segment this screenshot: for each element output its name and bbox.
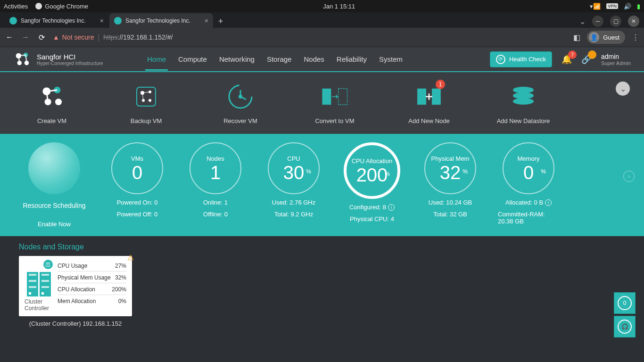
stat-value: 0: [523, 163, 534, 182]
svg-rect-26: [417, 89, 426, 105]
metric-label: Physical Mem Usage: [58, 274, 111, 281]
quick-actions: Create VMBackup VMRecover VMConvert to V…: [0, 72, 644, 134]
url-input[interactable]: ▲ Not secure | https://192.168.1.152/#/: [53, 33, 567, 41]
share-button[interactable]: 🔗: [581, 54, 592, 65]
avatar-icon: 👤: [589, 32, 599, 42]
close-icon[interactable]: ×: [100, 17, 104, 25]
health-icon: ⟳: [496, 55, 505, 64]
nav-reliability[interactable]: Reliability: [335, 49, 369, 70]
node-metrics: CPU Usage27%Physical Mem Usage32%CPU All…: [58, 260, 126, 312]
close-window-button[interactable]: ✕: [628, 16, 639, 27]
health-check-label: Health Check: [509, 56, 546, 63]
minimize-button[interactable]: ─: [592, 16, 603, 27]
stat-line2: Physical CPU: 4: [350, 215, 394, 222]
nav-home[interactable]: Home: [145, 49, 168, 70]
panel-icon[interactable]: ◧: [573, 33, 580, 42]
collapse-button[interactable]: ⌄: [616, 82, 630, 96]
svg-point-17: [149, 99, 151, 102]
not-secure-indicator[interactable]: ▲ Not secure: [53, 33, 94, 41]
close-icon[interactable]: ×: [205, 17, 208, 25]
action-convert-to-vm[interactable]: Convert to VM: [302, 82, 368, 124]
gauge: VMs0: [111, 142, 163, 194]
chrome-icon: [35, 3, 42, 9]
tasks-count: 0: [618, 296, 632, 310]
not-secure-label: Not secure: [62, 33, 94, 41]
nav-storage[interactable]: Storage: [265, 49, 294, 70]
activities-label[interactable]: Activities: [4, 3, 28, 10]
stat-physical-mem[interactable]: Physical Mem32%Used: 10.24 GBTotal: 32 G…: [420, 142, 481, 225]
address-bar: ← → ⟳ ▲ Not secure | https://192.168.1.1…: [0, 28, 644, 47]
profile-button[interactable]: 👤 Guest: [587, 31, 625, 44]
svg-point-10: [55, 99, 62, 105]
svg-point-31: [513, 92, 534, 99]
headset-icon: 🎧: [618, 320, 632, 334]
browser-tab[interactable]: Sangfor Technologies Inc. ×: [109, 13, 213, 28]
nav-compute[interactable]: Compute: [176, 49, 209, 70]
action-recover-vm[interactable]: Recover VM: [207, 82, 273, 124]
url-text: https://192.168.1.152/#/: [103, 33, 173, 41]
chevron-down-icon: ⌄: [620, 84, 626, 93]
gauge: CPU30%: [268, 142, 320, 194]
notifications-button[interactable]: 🔔 7: [561, 54, 572, 65]
battery-icon[interactable]: ▮: [637, 3, 640, 10]
action-icon: [226, 82, 255, 111]
stat-name: CPU: [287, 155, 300, 162]
action-backup-vm[interactable]: Backup VM: [113, 82, 179, 124]
chevron-down-icon[interactable]: ⌄: [579, 17, 586, 26]
volume-icon[interactable]: 🔊: [624, 3, 631, 10]
stat-nodes[interactable]: Nodes1Online: 1Offline: 0: [185, 142, 246, 225]
resource-scheduling-tile[interactable]: Resource Scheduling Enable Now: [19, 142, 90, 228]
product-tagline: Hyper-Converged Infrastructure: [37, 61, 103, 66]
metric-row: Mem Allocation0%: [58, 295, 126, 306]
user-menu[interactable]: admin Super Admin: [601, 53, 631, 66]
active-app[interactable]: Google Chrome: [35, 3, 88, 10]
tab-title: Sangfor Technologies Inc.: [125, 17, 201, 24]
metric-value: 27%: [115, 263, 126, 269]
new-tab-button[interactable]: +: [214, 15, 227, 28]
nav-networking[interactable]: Networking: [217, 49, 256, 70]
action-icon: [509, 82, 537, 111]
action-add-new-node[interactable]: 1Add New Node: [396, 82, 462, 124]
action-icon: [38, 82, 66, 111]
stat-value: 1: [210, 163, 221, 182]
reload-button[interactable]: ⟳: [37, 33, 46, 42]
maximize-button[interactable]: ▢: [610, 16, 621, 27]
stat-name: Memory: [518, 155, 540, 162]
forward-button[interactable]: →: [21, 33, 30, 41]
menu-icon[interactable]: ⋮: [632, 33, 639, 42]
wifi-icon[interactable]: ▾📶: [590, 3, 601, 10]
action-icon: [321, 82, 349, 111]
action-add-new-datastore[interactable]: Add New Datastore: [490, 82, 556, 124]
node-card[interactable]: ⚠ ⚿ Cluster Controller CPU Usage27%Physi…: [19, 256, 132, 316]
support-button[interactable]: 🎧: [614, 316, 636, 337]
metric-label: CPU Usage: [58, 263, 87, 269]
svg-rect-24: [322, 89, 331, 105]
stat-vms[interactable]: VMs0Powered On: 0Powered Off: 0: [107, 142, 168, 225]
tasks-button[interactable]: 0: [614, 292, 636, 314]
stat-value: 200: [356, 165, 388, 184]
stat-line1: Online: 1: [203, 199, 228, 206]
browser-tab[interactable]: Sangfor Technologies Inc. ×: [5, 13, 108, 28]
warning-icon: ▲: [53, 33, 59, 41]
back-button[interactable]: ←: [5, 33, 14, 41]
stat-memory[interactable]: Memory0%Allocated: 0 B iCommitted-RAM: 2…: [498, 142, 559, 225]
health-check-button[interactable]: ⟳ Health Check: [490, 51, 552, 67]
action-create-vm[interactable]: Create VM: [19, 82, 85, 124]
vpn-icon[interactable]: VPN: [606, 3, 618, 9]
percent-label: %: [385, 171, 390, 177]
action-label: Recover VM: [223, 117, 257, 124]
info-icon[interactable]: i: [388, 204, 395, 211]
logo-icon: [13, 50, 31, 68]
stat-line1: Allocated: 0 B i: [505, 199, 552, 206]
action-label: Create VM: [37, 117, 66, 124]
clock[interactable]: Jan 1 15:11: [88, 3, 590, 10]
svg-point-32: [513, 98, 534, 105]
nav-system[interactable]: System: [377, 49, 405, 70]
nav-nodes[interactable]: Nodes: [302, 49, 326, 70]
scroll-right-button[interactable]: ›: [623, 171, 635, 182]
stat-cpu[interactable]: CPU30%Used: 2.76 GHzTotal: 9.2 GHz: [263, 142, 324, 225]
enable-scheduling-button[interactable]: Enable Now: [38, 221, 71, 228]
stat-cpu-allocation[interactable]: CPU Allocation200%Configured: 8 iPhysica…: [341, 142, 403, 225]
info-icon[interactable]: i: [545, 199, 552, 206]
brand[interactable]: Sangfor HCI Hyper-Converged Infrastructu…: [13, 50, 145, 68]
